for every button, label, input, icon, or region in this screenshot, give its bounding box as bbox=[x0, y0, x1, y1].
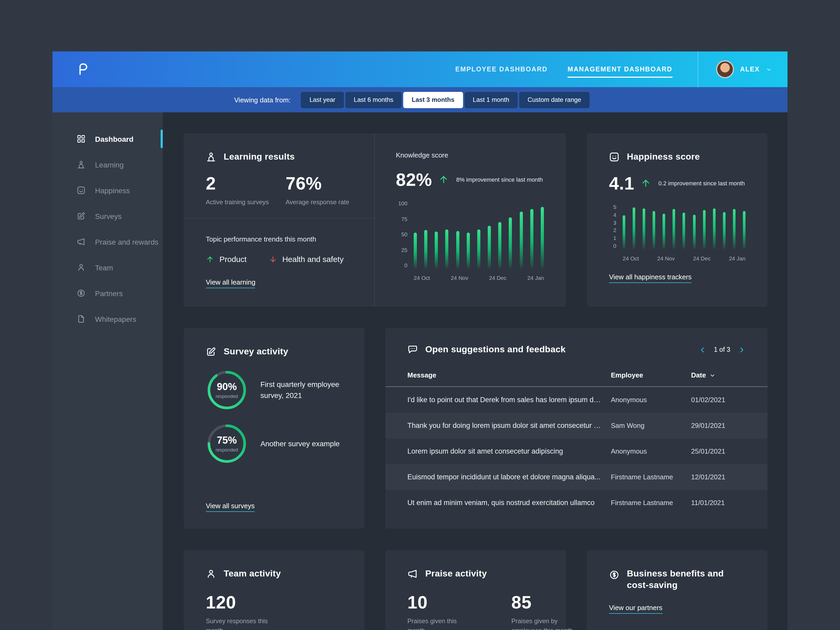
chevron-down-icon bbox=[766, 66, 772, 72]
praises-given-stat: 10 Praises given this month bbox=[407, 579, 487, 630]
donut-sublabel: responded bbox=[216, 447, 238, 453]
tab-employee-dashboard[interactable]: EMPLOYEE DASHBOARD bbox=[455, 66, 548, 73]
table-row[interactable]: Lorem ipsum dolor sit amet consecetur ad… bbox=[385, 438, 767, 464]
sidebar-item-dashboard[interactable]: Dashboard bbox=[52, 126, 163, 152]
team-icon bbox=[77, 263, 85, 272]
table-row[interactable]: I'd like to point out that Derek from sa… bbox=[385, 387, 767, 412]
card-title: Team activity bbox=[224, 568, 281, 579]
table-row[interactable]: Thank you for doing lorem ipsum dolor si… bbox=[385, 412, 767, 438]
table-row[interactable]: Euismod tempor incididunt ut labore et d… bbox=[385, 464, 767, 489]
sidebar-item-surveys[interactable]: Surveys bbox=[52, 203, 163, 229]
tab-management-dashboard[interactable]: MANAGEMENT DASHBOARD bbox=[567, 66, 672, 73]
knowledge-chart-bars bbox=[414, 200, 544, 268]
arrow-up-icon bbox=[641, 178, 651, 188]
employee-cell: Anonymous bbox=[611, 387, 691, 412]
happiness-score-value: 4.1 bbox=[609, 174, 634, 192]
filter-last-6-months[interactable]: Last 6 months bbox=[346, 92, 402, 108]
sidebar-item-praise-and-rewards[interactable]: Praise and rewards bbox=[52, 229, 163, 255]
praise-stats: 10 Praises given this month 85 Praises g… bbox=[407, 579, 544, 630]
date-filter-bar: Viewing data from: Last year Last 6 mont… bbox=[52, 87, 788, 112]
happiness-icon bbox=[77, 186, 85, 195]
filter-custom-date-range[interactable]: Custom date range bbox=[519, 92, 590, 108]
user-name: ALEX bbox=[740, 66, 759, 73]
card-title: Learning results bbox=[224, 151, 295, 163]
sidebar-item-learning[interactable]: Learning bbox=[52, 152, 163, 177]
trend-label: Health and safety bbox=[282, 255, 344, 264]
sidebar-item-happiness[interactable]: Happiness bbox=[52, 177, 163, 203]
sidebar-item-whitepapers[interactable]: Whitepapers bbox=[52, 306, 163, 332]
view-our-partners-link[interactable]: View our partners bbox=[609, 604, 662, 614]
sidebar-item-team[interactable]: Team bbox=[52, 255, 163, 280]
app-header: EMPLOYEE DASHBOARD MANAGEMENT DASHBOARD … bbox=[52, 51, 788, 87]
message-cell: Euismod tempor incididunt ut labore et d… bbox=[385, 464, 611, 489]
happiness-score-card: Happiness score 4.1 0.2 improvement sinc… bbox=[587, 133, 767, 306]
axis-spacer bbox=[396, 275, 414, 281]
user-menu[interactable]: ALEX bbox=[698, 51, 788, 87]
partners-icon bbox=[77, 289, 85, 298]
view-all-learning-link[interactable]: View all learning bbox=[206, 278, 256, 288]
stat-label: Average response rate bbox=[286, 197, 365, 207]
learning-stats: 2 Active training surveys 76% Average re… bbox=[206, 174, 352, 207]
knowledge-chart-y-axis: 1007550250 bbox=[396, 200, 414, 268]
survey-name: First quarterly employee survey, 2021 bbox=[261, 379, 342, 401]
chevron-left-icon[interactable] bbox=[698, 346, 706, 354]
view-all-happiness-trackers-link[interactable]: View all happiness trackers bbox=[609, 273, 692, 283]
praise-activity-card: Praise activity 10 Praises given this mo… bbox=[385, 550, 566, 630]
view-all-surveys-link[interactable]: View all surveys bbox=[206, 502, 255, 512]
happiness-chart-y-axis: 543210 bbox=[609, 204, 623, 249]
trend-up-item: Product bbox=[206, 255, 246, 264]
employee-cell: Firstname Lastname bbox=[611, 464, 691, 489]
column-header-date[interactable]: Date bbox=[691, 368, 767, 387]
message-cell: Lorem ipsum dolor sit amet consecetur ad… bbox=[385, 438, 611, 464]
happiness-score-row: 4.1 0.2 improvement since last month bbox=[609, 174, 745, 192]
happiness-improvement: 0.2 improvement since last month bbox=[658, 180, 745, 187]
app-body: Dashboard Learning Happiness Surveys Pra… bbox=[52, 112, 788, 630]
date-cell: 11/01/2021 bbox=[691, 489, 767, 515]
table-header-row: Message Employee Date bbox=[385, 368, 767, 387]
happiness-chart-bars bbox=[623, 204, 745, 249]
learning-stats-section: Learning results 2 Active training surve… bbox=[184, 133, 374, 218]
card-title: Business benefits and cost-saving bbox=[627, 568, 737, 591]
dashboard-icon bbox=[77, 134, 85, 143]
filter-last-year[interactable]: Last year bbox=[301, 92, 344, 108]
team-card-header: Team activity bbox=[206, 568, 342, 579]
learning-results-card: Learning results 2 Active training surve… bbox=[184, 133, 566, 306]
pagination-label: 1 of 3 bbox=[714, 346, 730, 353]
date-cell: 12/01/2021 bbox=[691, 464, 767, 489]
knowledge-score-panel: Knowledge score 82% 8% improvement since… bbox=[375, 133, 566, 306]
employee-cell: Anonymous bbox=[611, 438, 691, 464]
donut-sublabel: responded bbox=[216, 394, 238, 399]
date-cell: 25/01/2021 bbox=[691, 438, 767, 464]
learning-icon bbox=[206, 152, 216, 162]
sidebar-item-label: Team bbox=[95, 263, 113, 272]
dashboard-page: EMPLOYEE DASHBOARD MANAGEMENT DASHBOARD … bbox=[0, 0, 840, 630]
surveys-icon bbox=[77, 212, 85, 221]
trends-row: Product Health and safety bbox=[206, 255, 352, 264]
table-row[interactable]: Ut enim ad minim veniam, quis nostrud ex… bbox=[385, 489, 767, 515]
stat-label: Praises given this month bbox=[407, 616, 472, 630]
card-title: Happiness score bbox=[627, 151, 700, 163]
survey-activity-card: Survey activity 90% responded bbox=[184, 328, 364, 529]
happiness-bar-chart: 543210 bbox=[609, 204, 745, 249]
sidebar-item-label: Dashboard bbox=[95, 135, 133, 143]
trends-title: Topic performance trends this month bbox=[206, 235, 352, 243]
praises-by-employees-stat: 85 Praises given by employees this month bbox=[512, 579, 591, 630]
sidebar-item-partners[interactable]: Partners bbox=[52, 280, 163, 306]
whitepapers-icon bbox=[77, 314, 85, 324]
filter-last-1-month[interactable]: Last 1 month bbox=[464, 92, 518, 108]
team-activity-card: Team activity 120 Survey responses this … bbox=[184, 550, 364, 630]
column-header-message: Message bbox=[385, 368, 611, 387]
survey-donut-75: 75% responded bbox=[206, 423, 248, 465]
card-title: Open suggestions and feedback bbox=[425, 344, 566, 355]
sidebar-item-label: Praise and rewards bbox=[95, 238, 158, 246]
main-content: Learning results 2 Active training surve… bbox=[163, 112, 788, 630]
filter-last-3-months[interactable]: Last 3 months bbox=[403, 92, 463, 108]
chevron-right-icon[interactable] bbox=[737, 346, 745, 354]
column-header-date-label: Date bbox=[691, 371, 706, 379]
survey-progress-row: 75% responded Another survey example bbox=[206, 423, 342, 465]
survey-donut-90: 90% responded bbox=[206, 369, 248, 411]
suggestions-table: Message Employee Date bbox=[385, 368, 767, 515]
filter-label: Viewing data from: bbox=[234, 96, 291, 104]
dollar-icon bbox=[609, 570, 619, 580]
donut-center: 75% responded bbox=[206, 423, 248, 465]
